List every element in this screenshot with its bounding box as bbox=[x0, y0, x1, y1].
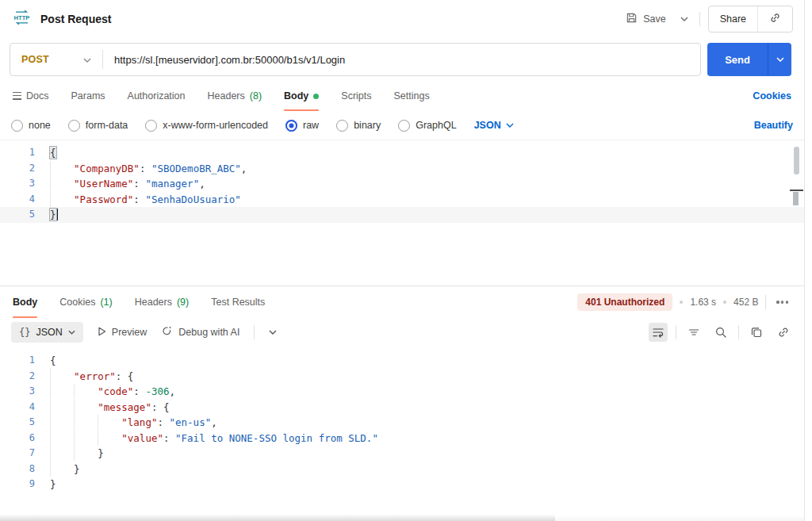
response-tab-body[interactable]: Body bbox=[13, 286, 37, 318]
indent-guide bbox=[50, 384, 74, 399]
url-input[interactable] bbox=[103, 54, 700, 66]
divider bbox=[765, 295, 766, 309]
code-line-1[interactable]: 1{ bbox=[0, 145, 804, 161]
save-label: Save bbox=[643, 13, 666, 25]
response-tab-test-results[interactable]: Test Results bbox=[211, 286, 265, 318]
response-time: 1.63 s bbox=[690, 297, 716, 308]
tab-body[interactable]: Body bbox=[284, 81, 319, 111]
tab-scripts[interactable]: Scripts bbox=[341, 81, 371, 111]
code-text: "message": { bbox=[50, 400, 170, 416]
code-token: : bbox=[133, 385, 145, 397]
code-line-6[interactable]: 6"value": "Fail to NONE-SSO login from S… bbox=[0, 431, 804, 446]
align-lines-icon[interactable] bbox=[684, 323, 703, 342]
line-number: 9 bbox=[0, 477, 35, 492]
line-number: 2 bbox=[0, 161, 35, 177]
code-token: } bbox=[98, 447, 104, 459]
indent-guide bbox=[50, 431, 74, 446]
radio-label: binary bbox=[354, 120, 381, 131]
chevron-down-icon bbox=[83, 54, 91, 65]
response-meta-row: BodyCookies(1)Headers(9)Test Results 401… bbox=[0, 286, 804, 318]
indent-guide bbox=[98, 431, 121, 446]
tab-count: (9) bbox=[177, 297, 189, 308]
debug-options-chevron[interactable] bbox=[269, 330, 277, 335]
code-line-8[interactable]: 8} bbox=[0, 462, 804, 477]
method-selector[interactable]: POST bbox=[10, 54, 102, 65]
body-type-binary[interactable]: binary bbox=[336, 120, 381, 132]
save-button[interactable]: Save bbox=[622, 7, 669, 31]
tab-params[interactable]: Params bbox=[71, 81, 105, 111]
copy-icon[interactable] bbox=[747, 323, 766, 342]
body-type-graphql[interactable]: GraphQL bbox=[398, 120, 456, 132]
url-bar: POST Send bbox=[0, 38, 804, 81]
request-tabs-row: DocsParamsAuthorizationHeaders(8)BodyScr… bbox=[0, 81, 804, 111]
code-token: "message" bbox=[98, 401, 151, 413]
request-body-editor[interactable]: 1{2"CompanyDB": "SBODemoBR_ABC",3"UserNa… bbox=[0, 140, 804, 285]
code-line-2[interactable]: 2"CompanyDB": "SBODemoBR_ABC", bbox=[0, 161, 804, 177]
line-number: 3 bbox=[0, 176, 35, 192]
tab-label: Body bbox=[13, 297, 37, 308]
indent-guide bbox=[50, 415, 74, 430]
save-options-chevron[interactable] bbox=[677, 12, 691, 26]
code-line-3[interactable]: 3"UserName": "manager", bbox=[0, 176, 804, 192]
code-line-2[interactable]: 2"error": { bbox=[0, 369, 804, 385]
curly-braces-icon: {} bbox=[19, 327, 30, 338]
response-tab-cookies[interactable]: Cookies(1) bbox=[59, 286, 112, 318]
response-size: 452 B bbox=[733, 297, 758, 308]
body-type-options: noneform-datax-www-form-urlencodedrawbin… bbox=[11, 120, 457, 132]
docs-icon bbox=[13, 92, 21, 100]
svg-text:HTTP: HTTP bbox=[14, 14, 30, 21]
tab-label: Params bbox=[71, 90, 105, 102]
tab-label: Headers bbox=[135, 297, 172, 308]
radio-label: form-data bbox=[86, 120, 128, 131]
tab-authorization[interactable]: Authorization bbox=[128, 81, 186, 111]
indent-guide bbox=[74, 431, 98, 446]
more-actions-button[interactable] bbox=[773, 297, 791, 306]
editor-scrollbar-thumb[interactable] bbox=[794, 147, 799, 174]
code-line-3[interactable]: 3"code": -306, bbox=[0, 384, 804, 400]
divider bbox=[676, 325, 676, 339]
beautify-link[interactable]: Beautify bbox=[754, 120, 793, 131]
body-language-selector[interactable]: JSON bbox=[474, 120, 514, 131]
tab-headers[interactable]: Headers(8) bbox=[208, 81, 262, 111]
save-icon bbox=[626, 12, 638, 26]
tab-label: Headers bbox=[208, 90, 245, 102]
response-tab-headers[interactable]: Headers(9) bbox=[135, 286, 190, 318]
code-text: "value": "Fail to NONE-SSO login from SL… bbox=[50, 431, 378, 446]
code-line-5[interactable]: 5"lang": "en-us", bbox=[0, 415, 804, 431]
tab-settings[interactable]: Settings bbox=[394, 81, 430, 111]
dot-separator bbox=[680, 301, 683, 304]
body-type-raw[interactable]: raw bbox=[285, 120, 319, 132]
tab-docs[interactable]: Docs bbox=[13, 81, 48, 111]
debug-with-ai-button[interactable]: Debug with AI bbox=[161, 325, 239, 339]
request-title: Post Request bbox=[40, 13, 111, 25]
radio-icon bbox=[398, 120, 410, 132]
code-token: "SBODemoBR_ABC" bbox=[151, 163, 241, 174]
code-line-4[interactable]: 4"Password": "SenhaDoUsuario" bbox=[0, 192, 804, 208]
code-line-7[interactable]: 7} bbox=[0, 446, 804, 462]
body-type-x-www-form-urlencoded[interactable]: x-www-form-urlencoded bbox=[145, 120, 268, 132]
send-button[interactable]: Send bbox=[707, 43, 768, 76]
code-token: : bbox=[151, 401, 163, 413]
copy-link-button[interactable] bbox=[758, 6, 792, 32]
code-line-5[interactable]: 5} bbox=[0, 207, 804, 223]
code-line-9[interactable]: 9} bbox=[0, 477, 804, 492]
search-icon[interactable] bbox=[711, 323, 730, 342]
code-line-4[interactable]: 4"message": { bbox=[0, 400, 804, 416]
share-button-group: Share bbox=[708, 6, 793, 33]
indent-guide bbox=[50, 369, 74, 384]
link-icon[interactable] bbox=[774, 323, 793, 342]
code-line-1[interactable]: 1{ bbox=[0, 353, 804, 369]
share-button[interactable]: Share bbox=[709, 6, 757, 32]
tab-label: Authorization bbox=[128, 90, 186, 102]
indent-guide bbox=[50, 192, 74, 207]
response-format-selector[interactable]: {} JSON bbox=[11, 322, 83, 343]
cookies-link[interactable]: Cookies bbox=[753, 90, 791, 102]
code-token: "en-us" bbox=[170, 416, 212, 428]
body-type-form-data[interactable]: form-data bbox=[68, 120, 128, 132]
wrap-text-icon[interactable] bbox=[649, 323, 668, 342]
preview-button[interactable]: Preview bbox=[98, 327, 147, 339]
body-type-none[interactable]: none bbox=[11, 120, 51, 132]
url-box: POST bbox=[10, 43, 701, 76]
response-body-editor[interactable]: 1{2"error": {3"code": -306,4"message": {… bbox=[0, 347, 804, 521]
send-options-chevron[interactable] bbox=[768, 43, 791, 76]
